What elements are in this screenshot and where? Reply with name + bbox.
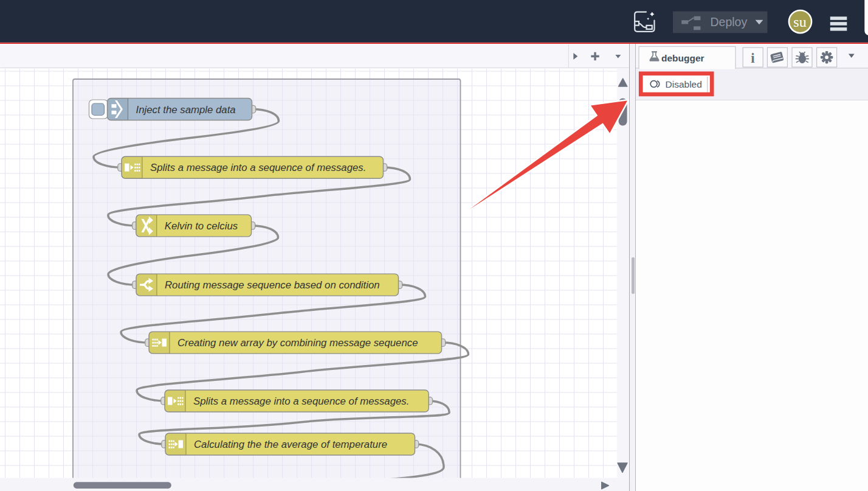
svg-text:su: su: [793, 14, 806, 30]
svg-text:Inject the sample data: Inject the sample data: [136, 103, 236, 115]
svg-text:Calculating the the average of: Calculating the the average of temperatu…: [194, 439, 387, 450]
svg-text:Kelvin to celcius: Kelvin to celcius: [165, 220, 238, 231]
svg-text:i: i: [751, 50, 755, 66]
svg-text:Splits a message into a sequen: Splits a message into a sequence of mess…: [150, 162, 366, 173]
svg-text:Splits a message into a sequen: Splits a message into a sequence of mess…: [193, 395, 409, 407]
svg-text:debugger: debugger: [661, 53, 704, 63]
svg-text:Creating new array by combinin: Creating new array by combining message …: [177, 337, 418, 349]
svg-text:Deploy: Deploy: [711, 15, 748, 29]
svg-text:Disabled: Disabled: [666, 79, 702, 89]
svg-text:Routing message sequence based: Routing message sequence based on condit…: [165, 279, 380, 291]
